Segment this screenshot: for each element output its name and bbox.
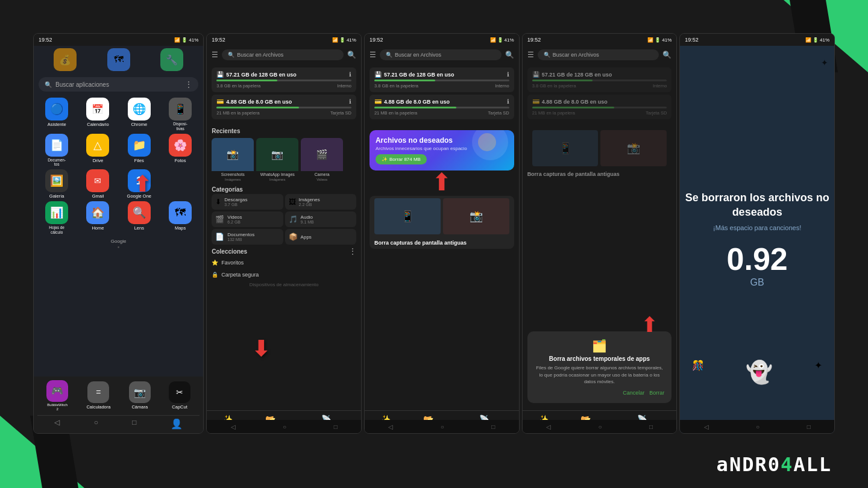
files-content-3: ☰ 🔍 Buscar en Archivos 🔍 💾 57.21 GB de 1…: [365, 46, 519, 421]
back-3[interactable]: ◁: [388, 424, 393, 430]
app-maps[interactable]: 🗺 Maps: [161, 201, 200, 235]
collections-menu-icon[interactable]: ⋮: [349, 247, 356, 255]
status-icons-1: 📶 🔋 41%: [174, 37, 198, 43]
red-arrow-3: ⬆: [370, 168, 514, 196]
app-search-bar[interactable]: 🔍 Buscar aplicaciones ⋮: [39, 77, 198, 92]
unknown-btn-1[interactable]: 👤: [171, 418, 183, 430]
home-5[interactable]: ○: [756, 424, 760, 430]
phone-nav-5: ◁ ○ □: [680, 420, 834, 433]
home-btn-1[interactable]: ○: [94, 418, 98, 430]
junk-delete-btn[interactable]: ✨ Borrar 874 MB: [376, 154, 427, 164]
back-2[interactable]: ◁: [231, 424, 236, 430]
time-4: 19:52: [527, 37, 541, 43]
back-btn-1[interactable]: ◁: [54, 418, 60, 430]
screenshots-info-3: Borra capturas de pantalla antiguas: [370, 237, 514, 249]
app-documentos[interactable]: 📄 Documen-tos: [37, 134, 76, 167]
time-5: 19:52: [685, 37, 699, 43]
result-unit-5: GB: [750, 277, 764, 288]
screenshots-section-3[interactable]: 📱 📸 Borra capturas de pantalla antiguas: [370, 196, 514, 249]
storage-bar-sd-2: [216, 107, 351, 108]
app-unknown2: 🔧: [160, 48, 183, 71]
dialog-cancel-btn[interactable]: Cancelar: [623, 390, 644, 396]
dock-bubblewitch[interactable]: 🎮 BubbleWitch2: [46, 380, 68, 411]
screen5-result: 19:52 📶🔋41% ✦ Se borraron los archivos n…: [679, 33, 835, 434]
junk-section-3: Archivos no deseados Archivos innecesari…: [365, 125, 519, 257]
app-fotos[interactable]: 🌸 Fotos: [161, 134, 200, 167]
files-header-2: ☰ 🔍 Buscar en Archivos 🔍: [207, 46, 361, 64]
logo-all: ALL: [793, 453, 832, 476]
files-header-4: ☰ 🔍 Buscar en Archivos 🔍: [523, 46, 677, 64]
app-drive[interactable]: △ Drive: [78, 134, 117, 167]
red-arrow-2: ⬇: [252, 337, 269, 361]
dock-camara[interactable]: 📷 Cámara: [129, 381, 151, 410]
app-home[interactable]: 🏠 Home: [78, 201, 117, 235]
dialog-overlay-4: 🗂️ Borra archivos temporales de apps Fil…: [527, 331, 672, 403]
coll-carpeta-segura[interactable]: 🔒 Carpeta segura: [207, 269, 361, 281]
home-4[interactable]: ○: [598, 424, 602, 430]
thumb-screenshots[interactable]: 📸 Screenshots Imágenes: [212, 138, 254, 181]
dialog-body-4: Files de Google quiere borrar algunos ar…: [535, 364, 665, 385]
files-search-4[interactable]: 🔍 Buscar en Archivos: [538, 49, 659, 60]
files-search-2[interactable]: 🔍 Buscar en Archivos: [222, 49, 344, 60]
storage-sd-4: 💳 4.88 GB de 8.0 GB en uso 21 MB en la p…: [527, 95, 672, 119]
cat-documentos[interactable]: 📄 Documentos 132 MB: [212, 229, 283, 245]
app-calendario[interactable]: 📅 Calendario: [78, 98, 117, 131]
top-app-row: 💰 🗺 🔧: [34, 46, 203, 74]
cat-apps[interactable]: 📦 Apps: [285, 229, 356, 245]
app-chrome[interactable]: 🌐 Chrome: [120, 98, 159, 131]
storage-section-4: 💾 57.21 GB de 128 GB en uso 3.8 GB en la…: [523, 64, 677, 125]
recents-2[interactable]: □: [334, 424, 338, 430]
logo-text: aNDR04ALL: [717, 453, 832, 476]
junk-banner-3: Archivos no deseados Archivos innecesari…: [370, 130, 514, 170]
dialog-buttons-4: Cancelar Borrar: [535, 390, 665, 396]
home-2[interactable]: ○: [283, 424, 286, 430]
home-3[interactable]: ○: [441, 424, 444, 430]
dialog-delete-btn[interactable]: Borrar: [649, 390, 664, 396]
dock-calculadora[interactable]: = Calculadora: [86, 381, 110, 410]
storage-sd-2: 💳 4.88 GB de 8.0 GB en uso ℹ 21 MB en la…: [212, 95, 356, 119]
search-btn-4[interactable]: 🔍: [662, 51, 671, 59]
logo-area: aNDR04ALL: [717, 453, 832, 476]
app-gmail[interactable]: ✉ Gmail: [78, 169, 117, 199]
result-subtitle-5: ¡Más espacio para canciones!: [713, 224, 801, 231]
hamburger-icon-3[interactable]: ☰: [370, 51, 376, 59]
thumb-camera[interactable]: 🎬 Camera Videos: [301, 138, 343, 181]
search-icon: 🔍: [45, 81, 52, 88]
cat-videos[interactable]: 🎬 Videos 6.2 GB: [212, 211, 283, 227]
app-galeria[interactable]: 🖼️ Galería: [37, 169, 76, 199]
files-search-3[interactable]: 🔍 Buscar en Archivos: [380, 49, 502, 60]
search-icon-4: 🔍: [544, 52, 550, 58]
time-1: 19:52: [39, 37, 52, 43]
cat-audio[interactable]: 🎵 Audio 9.1 MB: [285, 211, 356, 227]
cat-imagenes[interactable]: 🖼 Imágenes 2.2 GB: [285, 194, 356, 210]
screen4-files-dialog: 19:52 📶🔋41% ☰ 🔍 Buscar en Archivos 🔍 💾: [522, 33, 678, 434]
app-dispositivas[interactable]: 📱 Disposi-tivas: [161, 98, 200, 131]
dock-capcut[interactable]: ✂ CapCut: [169, 381, 190, 410]
recents-3[interactable]: □: [491, 424, 495, 430]
coll-favoritos[interactable]: ⭐ Favoritos: [207, 257, 361, 269]
app-files[interactable]: 📁 Files: [120, 134, 159, 167]
app-lens[interactable]: 🔍 Lens: [120, 201, 159, 235]
files-header-3: ☰ 🔍 Buscar en Archivos 🔍: [365, 46, 519, 64]
thumb-whatsapp[interactable]: 📷 WhatsApp Images Imágenes: [256, 138, 298, 181]
red-arrow-files: ⬆: [133, 172, 151, 196]
cat-descargas[interactable]: ⬇ Descargas 3.7 GB: [212, 194, 283, 210]
time-2: 19:52: [212, 37, 225, 43]
back-4[interactable]: ◁: [546, 424, 551, 430]
menu-icon[interactable]: ⋮: [185, 80, 192, 89]
recents-btn-1[interactable]: □: [132, 418, 136, 430]
status-bar-5: 19:52 📶🔋41%: [680, 34, 834, 46]
back-5[interactable]: ◁: [704, 424, 709, 430]
hamburger-icon-2[interactable]: ☰: [212, 51, 218, 59]
pagination-dots: ●: [34, 245, 203, 249]
categorias-label: Categorías: [207, 184, 361, 194]
recents-5[interactable]: □: [807, 424, 811, 430]
app-coin: 💰: [54, 48, 77, 71]
search-btn-2[interactable]: 🔍: [347, 51, 356, 59]
app-asistente[interactable]: 🔵 Asistente: [37, 98, 76, 131]
app-hojas[interactable]: 📊 Hojas decálculo: [37, 201, 76, 235]
system-nav-bar-1: ◁ ○ □ 👤: [37, 415, 200, 430]
recents-4[interactable]: □: [649, 424, 653, 430]
search-btn-3[interactable]: 🔍: [505, 51, 514, 59]
hamburger-icon-4[interactable]: ☰: [527, 51, 534, 59]
